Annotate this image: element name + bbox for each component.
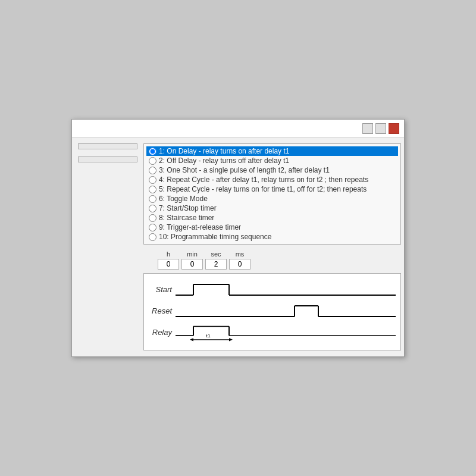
window-body: 1: On Delay - relay turns on after delay… <box>72 137 404 356</box>
reset-diagram <box>176 300 396 321</box>
right-panel: 1: On Delay - relay turns on after delay… <box>143 143 401 350</box>
close-button[interactable] <box>389 123 399 134</box>
timer-mode-option-label-10: 10: Programmable timing sequence <box>159 233 271 241</box>
unit-col-sec: sec <box>205 250 227 270</box>
timer-mode-option-5[interactable]: 5: Repeat Cycle - relay turns on for tim… <box>149 184 396 194</box>
title-bar <box>72 120 404 137</box>
t1-hours-input[interactable] <box>158 259 179 270</box>
main-window: 1: On Delay - relay turns on after delay… <box>71 119 405 357</box>
send-button[interactable] <box>78 156 137 162</box>
timer-mode-option-2[interactable]: 2: Off Delay - relay turns off after del… <box>149 156 396 165</box>
timer-mode-option-label-1: 1: On Delay - relay turns on after delay… <box>159 147 289 155</box>
diagram-row-start: Start <box>149 278 396 300</box>
timer-mode-option-label-3: 3: One Shot - a single pulse of length t… <box>159 166 330 174</box>
diagram-row-reset: Reset <box>149 300 396 321</box>
radio-6[interactable] <box>149 195 156 203</box>
timing-units: h min sec ms <box>158 250 250 270</box>
connect-button[interactable] <box>78 143 137 149</box>
unit-header-min: min <box>187 250 198 258</box>
timing-row-t1: h min sec ms <box>143 250 401 270</box>
unit-col-ms: ms <box>229 250 250 270</box>
timer-mode-option-6[interactable]: 6: Toggle Mode <box>149 194 396 203</box>
timer-mode-option-8[interactable]: 8: Staircase timer <box>149 213 396 223</box>
timer-mode-option-10[interactable]: 10: Programmable timing sequence <box>149 232 396 242</box>
timer-mode-option-label-9: 9: Trigger-at-release timer <box>159 223 241 231</box>
t1-seconds-input[interactable] <box>205 259 227 270</box>
relay-label: Relay <box>149 328 176 337</box>
timer-mode-group: 1: On Delay - relay turns on after delay… <box>143 143 401 245</box>
radio-10[interactable] <box>149 233 156 241</box>
timer-mode-option-label-7: 7: Start/Stop timer <box>159 204 217 212</box>
restore-button[interactable] <box>375 123 386 134</box>
timer-mode-option-label-6: 6: Toggle Mode <box>159 195 208 203</box>
radio-9[interactable] <box>149 224 156 231</box>
svg-marker-12 <box>190 338 193 341</box>
timer-mode-option-1[interactable]: 1: On Delay - relay turns on after delay… <box>146 146 398 156</box>
timer-mode-option-label-4: 4: Repeat Cycle - after delay t1, relay … <box>159 176 368 184</box>
timer-mode-option-7[interactable]: 7: Start/Stop timer <box>149 203 396 213</box>
radio-4[interactable] <box>149 176 156 184</box>
radio-2[interactable] <box>149 157 156 165</box>
timer-mode-options: 1: On Delay - relay turns on after delay… <box>149 146 396 242</box>
start-diagram <box>176 278 396 300</box>
radio-7[interactable] <box>149 205 156 212</box>
timer-mode-option-label-8: 8: Staircase timer <box>159 214 214 222</box>
timer-mode-option-label-5: 5: Repeat Cycle - relay turns on for tim… <box>159 185 367 193</box>
t1-ms-input[interactable] <box>229 259 250 270</box>
unit-header-h: h <box>167 250 170 258</box>
timer-mode-option-9[interactable]: 9: Trigger-at-release timer <box>149 223 396 232</box>
unit-header-sec: sec <box>211 250 221 258</box>
svg-marker-13 <box>229 338 233 341</box>
reset-label: Reset <box>149 306 176 315</box>
svg-text:t1: t1 <box>206 333 211 339</box>
diagram-row-relay: Relay t1 <box>149 321 396 343</box>
t1-minutes-input[interactable] <box>181 259 203 270</box>
start-label: Start <box>149 285 176 294</box>
unit-col-min: min <box>181 250 203 270</box>
minimize-button[interactable] <box>362 123 373 134</box>
timer-mode-option-label-2: 2: Off Delay - relay turns off after del… <box>159 156 289 165</box>
timer-mode-option-4[interactable]: 4: Repeat Cycle - after delay t1, relay … <box>149 175 396 184</box>
radio-3[interactable] <box>149 167 156 174</box>
unit-col-h: h <box>158 250 179 270</box>
radio-1[interactable] <box>149 148 156 155</box>
timer-mode-option-3[interactable]: 3: One Shot - a single pulse of length t… <box>149 165 396 175</box>
radio-5[interactable] <box>149 186 156 193</box>
unit-header-ms: ms <box>236 250 245 258</box>
timing-section: h min sec ms <box>143 250 401 270</box>
radio-8[interactable] <box>149 214 156 222</box>
relay-diagram: t1 <box>176 321 396 343</box>
left-panel <box>78 143 137 350</box>
diagram-section: Start Reset <box>143 273 401 350</box>
window-controls <box>362 123 399 134</box>
